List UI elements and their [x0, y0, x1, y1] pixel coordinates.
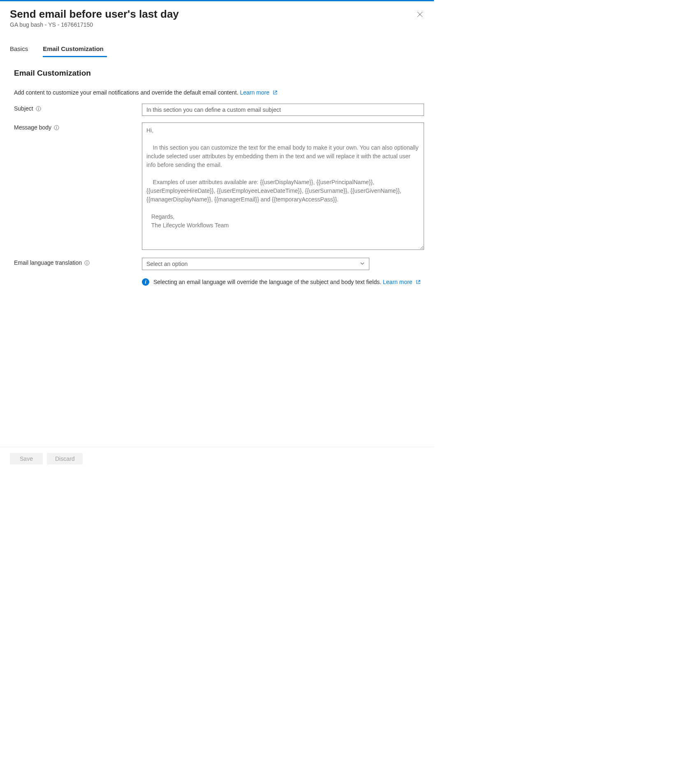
external-link-icon: [273, 90, 278, 96]
close-icon: [417, 12, 423, 17]
panel-header: Send email before user's last day GA bug…: [0, 1, 434, 31]
message-body-row: Message body: [14, 122, 424, 251]
description-text: Add content to customize your email noti…: [14, 89, 239, 96]
svg-point-1: [38, 107, 38, 107]
info-icon[interactable]: [54, 125, 59, 130]
panel: Send email before user's last day GA bug…: [0, 1, 434, 470]
page-title: Send email before user's last day: [10, 8, 424, 21]
message-body-label-wrap: Message body: [14, 122, 142, 131]
learn-more-label: Learn more: [240, 89, 269, 96]
section-description: Add content to customize your email noti…: [14, 89, 424, 96]
info-badge-icon: i: [142, 278, 149, 286]
tabs: Basics Email Customization: [0, 41, 434, 56]
subject-label-wrap: Subject: [14, 104, 142, 112]
language-info-text: Selecting an email language will overrid…: [153, 279, 381, 285]
page-subtitle: GA bug bash - YS - 1676617150: [10, 21, 424, 28]
external-link-icon: [416, 278, 421, 287]
language-learn-more-link[interactable]: Learn more: [383, 279, 420, 285]
language-info-text-wrap: Selecting an email language will overrid…: [153, 277, 424, 287]
language-select-value: Select an option: [146, 261, 188, 267]
info-icon[interactable]: [84, 260, 90, 266]
subject-input[interactable]: [142, 104, 424, 116]
panel-footer: Save Discard: [0, 447, 434, 470]
language-select[interactable]: Select an option: [142, 258, 369, 270]
learn-more-link[interactable]: Learn more: [240, 89, 277, 96]
subject-field: [142, 104, 424, 116]
language-row: Email language translation Select an opt…: [14, 258, 424, 287]
language-label: Email language translation: [14, 259, 82, 266]
svg-rect-2: [38, 108, 39, 110]
language-label-wrap: Email language translation: [14, 258, 142, 266]
language-info-message: i Selecting an email language will overr…: [142, 277, 424, 287]
section-title: Email Customization: [14, 69, 424, 78]
tab-email-customization[interactable]: Email Customization: [43, 41, 107, 56]
svg-point-7: [87, 261, 87, 261]
language-learn-more-label: Learn more: [383, 279, 413, 285]
content-area: Email Customization Add content to custo…: [0, 56, 434, 447]
close-button[interactable]: [416, 10, 424, 18]
language-field: Select an option i Selecting an email la…: [142, 258, 424, 287]
svg-point-4: [56, 126, 57, 126]
subject-label: Subject: [14, 105, 33, 112]
subject-row: Subject: [14, 104, 424, 116]
message-body-field: [142, 122, 424, 251]
message-body-label: Message body: [14, 124, 51, 131]
svg-rect-5: [56, 127, 57, 129]
chevron-down-icon: [360, 261, 365, 267]
info-icon[interactable]: [36, 106, 41, 111]
svg-rect-8: [87, 262, 87, 264]
discard-button[interactable]: Discard: [47, 453, 83, 465]
message-body-textarea[interactable]: [142, 122, 424, 250]
save-button[interactable]: Save: [10, 453, 43, 465]
tab-basics[interactable]: Basics: [10, 41, 31, 56]
